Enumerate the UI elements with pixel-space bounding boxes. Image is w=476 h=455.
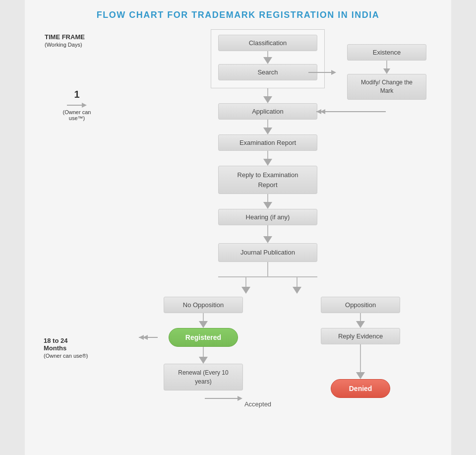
modify-box: Modify/ Change the Mark: [347, 74, 426, 100]
existence-area: Existence Modify/ Change the Mark: [347, 44, 426, 100]
arrow-to-exam: [263, 120, 272, 134]
arrow-to-journal: [263, 225, 272, 243]
hearing-box: Hearing (if any): [218, 209, 317, 225]
opposition-col: Opposition Reply Evidence Denied: [321, 297, 400, 398]
registered-box: Registered: [169, 328, 238, 347]
registered-row: Registered: [169, 328, 238, 347]
arrow-to-hearing: [263, 194, 272, 209]
no-opposition-col: No Opposition: [135, 297, 271, 408]
timeframe-label: TIME FRAME (Working Days): [45, 33, 99, 48]
reply-to-registered-arrow: [139, 333, 166, 341]
denied-box: Denied: [331, 379, 390, 398]
application-box: Application: [218, 103, 317, 120]
opposition-row: No Opposition: [99, 297, 436, 408]
search-box: Search: [218, 64, 317, 80]
split-section: No Opposition: [99, 262, 436, 408]
renewal-box: Renewal (Every 10 years): [164, 364, 243, 390]
journal-box: Journal Publication: [218, 243, 317, 262]
arrow-search-to-existence: [307, 68, 338, 76]
diagram-column: Classification Search: [99, 29, 436, 408]
opposition-box: Opposition: [321, 297, 400, 313]
split-right-branch: [241, 277, 250, 294]
reply-exam-box: Reply to Examination Report: [218, 166, 317, 194]
arrow-class-to-search: [267, 51, 268, 57]
arrow-to-application: [263, 88, 272, 103]
time-column: TIME FRAME (Working Days) 1 (Owner can u…: [40, 29, 99, 408]
classification-box: Classification: [218, 35, 317, 51]
existence-box: Existence: [347, 44, 426, 61]
svg-marker-3: [331, 70, 336, 75]
svg-marker-1: [82, 103, 87, 108]
arrow-to-reply-exam: [263, 151, 272, 166]
existence-to-modify: [347, 61, 426, 74]
outer-wrapper-box: Classification Search: [211, 29, 325, 88]
svg-marker-11: [238, 396, 242, 401]
reply-evidence-box: Reply Evidence: [321, 328, 400, 344]
arrowhead-class-to-search: [263, 57, 272, 64]
split-left-branch: [293, 277, 301, 294]
search-row: Search: [218, 64, 317, 80]
modify-to-application-arrow: [316, 108, 396, 116]
top-section: Classification Search: [99, 29, 436, 88]
page-title: FLOW CHART FOR TRADEMARK REGISTRATION IN…: [40, 10, 436, 20]
application-row: Application: [218, 103, 317, 120]
renewal-to-accepted: [135, 390, 271, 402]
exam-report-box: Examination Report: [218, 134, 317, 151]
no-opposition-box: No Opposition: [164, 297, 243, 313]
time-18: 18 to 24 Months (Owner can use®): [44, 337, 88, 359]
page: FLOW CHART FOR TRADEMARK REGISTRATION IN…: [25, 0, 451, 455]
main-layout: TIME FRAME (Working Days) 1 (Owner can u…: [40, 29, 436, 408]
time-1: 1 (Owner can use™): [55, 89, 99, 121]
